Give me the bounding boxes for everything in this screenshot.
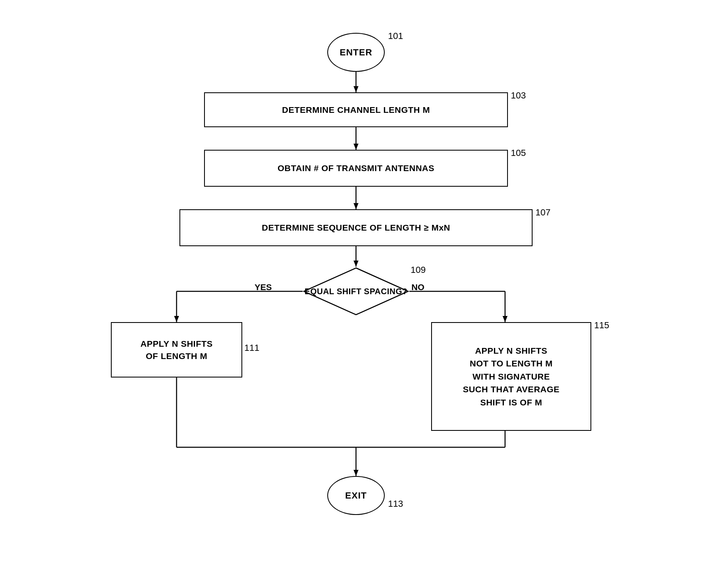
step-107-label: DETERMINE SEQUENCE OF LENGTH ≥ MxN xyxy=(262,222,450,233)
ref-115: 115 xyxy=(594,320,609,331)
flowchart-diagram: ENTER 101 DETERMINE CHANNEL LENGTH M 103… xyxy=(0,0,712,588)
svg-marker-17 xyxy=(503,316,508,322)
ref-111: 111 xyxy=(244,343,260,353)
svg-marker-1 xyxy=(354,86,358,92)
step-103-node: DETERMINE CHANNEL LENGTH M xyxy=(204,92,508,127)
step-115-node: APPLY N SHIFTS NOT TO LENGTH M WITH SIGN… xyxy=(431,322,591,431)
ref-113: 113 xyxy=(388,499,403,509)
ref-105: 105 xyxy=(511,148,526,158)
ref-109: 109 xyxy=(411,265,426,275)
step-103-label: DETERMINE CHANNEL LENGTH M xyxy=(282,104,430,116)
exit-label: EXIT xyxy=(345,490,367,501)
ref-101: 101 xyxy=(388,31,403,41)
enter-label: ENTER xyxy=(340,47,372,58)
yes-label: YES xyxy=(255,282,272,292)
exit-node: EXIT xyxy=(327,476,385,515)
ref-107: 107 xyxy=(535,207,551,218)
svg-marker-5 xyxy=(354,203,358,209)
svg-marker-10 xyxy=(174,316,179,322)
step-105-label: OBTAIN # OF TRANSMIT ANTENNAS xyxy=(278,162,434,174)
svg-marker-7 xyxy=(354,261,358,267)
step-115-label: APPLY N SHIFTS NOT TO LENGTH M WITH SIGN… xyxy=(463,344,560,409)
step-111-label: APPLY N SHIFTS OF LENGTH M xyxy=(140,338,213,362)
svg-marker-14 xyxy=(354,470,358,476)
step-107-node: DETERMINE SEQUENCE OF LENGTH ≥ MxN xyxy=(179,209,533,246)
step-109-node: EQUAL SHIFT SPACING? xyxy=(303,267,409,316)
step-109-label: EQUAL SHIFT SPACING? xyxy=(305,287,407,296)
svg-marker-3 xyxy=(354,144,358,150)
step-111-node: APPLY N SHIFTS OF LENGTH M xyxy=(111,322,242,378)
ref-103: 103 xyxy=(511,90,526,101)
step-105-node: OBTAIN # OF TRANSMIT ANTENNAS xyxy=(204,150,508,187)
no-label: NO xyxy=(411,282,425,292)
enter-node: ENTER xyxy=(327,33,385,72)
